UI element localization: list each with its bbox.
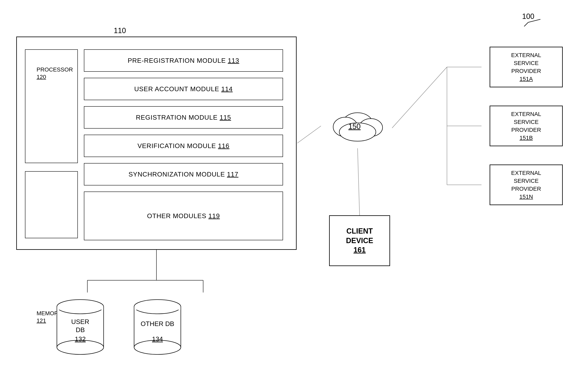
svg-point-5 (359, 119, 382, 136)
ref-110-label: 110 (114, 26, 126, 35)
processor-label: PROCESSOR 120 (37, 66, 73, 81)
svg-text:150: 150 (348, 122, 361, 131)
svg-rect-29 (134, 307, 181, 310)
server-box: PROCESSOR 120 MEMORY 121 PRE-REGISTRATIO… (16, 37, 297, 250)
svg-text:132: 132 (75, 335, 85, 343)
module-user-account: USER ACCOUNT MODULE 114 (84, 78, 283, 100)
svg-point-6 (339, 123, 376, 141)
esp-box-2: EXTERNAL SERVICE PROVIDER 151B (490, 106, 563, 146)
esp-box-1: EXTERNAL SERVICE PROVIDER 151A (490, 47, 563, 87)
svg-text:DB: DB (76, 326, 85, 333)
module-other: OTHER MODULES 119 (84, 192, 283, 240)
module-registration: REGISTRATION MODULE 115 (84, 106, 283, 129)
module-synchronization: SYNCHRONIZATION MODULE 117 (84, 163, 283, 186)
svg-text:OTHER DB: OTHER DB (141, 320, 174, 327)
otherdb-cylinder: OTHER DB 134 (134, 300, 181, 354)
diagram-container: 150 100 110 PROCESSOR 120 (0, 0, 579, 392)
ref-100-label: 100 (522, 12, 534, 21)
svg-line-2 (297, 126, 321, 143)
userdb-cylinder: USER DB 132 (57, 300, 104, 354)
module-pre-registration: PRE-REGISTRATION MODULE 113 (84, 49, 283, 72)
svg-point-3 (342, 113, 373, 135)
memory-box: MEMORY 121 (25, 171, 78, 238)
svg-point-4 (333, 117, 358, 137)
svg-line-13 (358, 148, 360, 215)
esp-box-3: EXTERNAL SERVICE PROVIDER 151N (490, 165, 563, 205)
client-device-box: CLIENT DEVICE 161 (329, 215, 390, 266)
module-verification: VERIFICATION MODULE 116 (84, 135, 283, 157)
svg-text:USER: USER (71, 318, 89, 326)
processor-box: PROCESSOR 120 (25, 49, 78, 163)
svg-text:134: 134 (152, 335, 163, 343)
svg-line-1 (524, 22, 528, 26)
svg-rect-22 (57, 307, 103, 310)
svg-line-8 (392, 67, 447, 128)
databases-svg: USER DB 132 OTHER DB 134 (41, 290, 223, 380)
